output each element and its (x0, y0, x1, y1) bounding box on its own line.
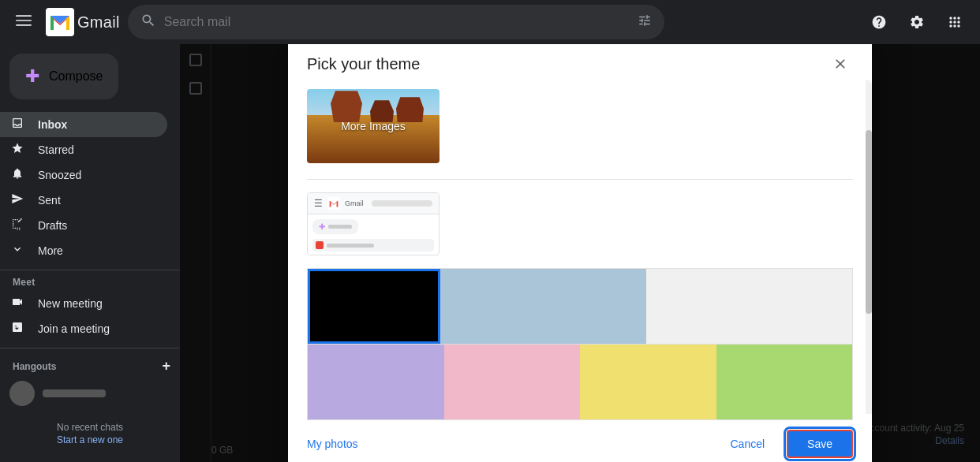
join-icon (9, 321, 25, 337)
color-row-2 (307, 345, 853, 420)
mini-email-row (312, 239, 434, 251)
more-images-card[interactable]: More Images (307, 89, 440, 163)
sidebar-item-drafts[interactable]: Drafts (0, 213, 167, 238)
more-images-label: More Images (341, 120, 406, 132)
svg-rect-0 (16, 15, 32, 17)
no-chats: No recent chats Start a new one (0, 409, 180, 449)
dialog-footer: My photos Cancel Save (288, 420, 872, 462)
join-meeting-label: Join a meeting (38, 322, 110, 335)
avatar (9, 381, 35, 406)
search-bar[interactable] (128, 5, 664, 39)
dialog-title: Pick your theme (307, 55, 420, 73)
hamburger-icon[interactable] (9, 6, 38, 39)
snoozed-label: Snoozed (38, 169, 81, 181)
meet-section-label: Meet (0, 277, 180, 291)
mini-compose-area: ✚ (308, 214, 439, 239)
search-input[interactable] (164, 15, 630, 29)
sidebar-item-inbox[interactable]: Inbox (0, 112, 167, 137)
mini-indicator (316, 241, 324, 249)
compose-button[interactable]: ✚ Compose (9, 54, 118, 99)
mesa-3 (396, 97, 424, 122)
scrollbar-track (866, 80, 872, 414)
drafts-icon (9, 218, 25, 233)
mini-hamburger-icon: ☰ (314, 198, 323, 209)
mini-email-rows (308, 239, 439, 251)
scrollbar-thumb (866, 130, 872, 314)
drafts-label: Drafts (38, 219, 67, 232)
inbox-label: Inbox (38, 118, 67, 131)
swatch-black[interactable] (308, 269, 440, 344)
compose-label: Compose (49, 69, 103, 84)
mini-gmail-text: Gmail (345, 199, 364, 207)
search-icon (140, 13, 156, 32)
sent-icon (9, 192, 25, 208)
dialog-overlay: Pick your theme (180, 44, 980, 462)
svg-rect-1 (16, 20, 32, 21)
mini-email-bar (327, 244, 374, 248)
swatch-light-gray[interactable] (646, 269, 852, 344)
svg-rect-2 (16, 24, 32, 26)
theme-dialog: Pick your theme (288, 44, 872, 462)
dialog-body: More Images ☰ (288, 89, 872, 420)
theme-separator (307, 179, 853, 180)
hangout-user (0, 378, 180, 409)
hangouts-label: Hangouts (13, 361, 56, 372)
hangouts-section: Hangouts + (0, 355, 180, 378)
swatch-light-blue[interactable] (440, 269, 646, 344)
starred-label: Starred (38, 143, 74, 156)
sent-label: Sent (38, 194, 61, 207)
save-button[interactable]: Save (787, 430, 853, 458)
top-right-icons (863, 6, 971, 38)
more-chevron-icon (9, 243, 25, 259)
swatch-lavender[interactable] (308, 345, 444, 419)
sidebar-item-new-meeting[interactable]: New meeting (0, 291, 167, 316)
search-options-icon[interactable] (638, 13, 652, 32)
start-chat-link[interactable]: Start a new one (13, 434, 167, 445)
mini-compose-btn: ✚ (312, 219, 358, 234)
sidebar-item-join-meeting[interactable]: Join a meeting (0, 316, 167, 341)
sidebar-item-more[interactable]: More (0, 238, 167, 263)
swatch-selected-indicator (308, 269, 440, 344)
top-bar: Gmail (0, 0, 980, 44)
svg-rect-4 (327, 197, 340, 210)
mini-compose-bar (328, 225, 352, 229)
apps-button[interactable] (939, 6, 971, 38)
sidebar-item-starred[interactable]: Starred (0, 137, 167, 162)
hangout-username (43, 389, 106, 397)
swatch-yellow[interactable] (580, 345, 716, 419)
sidebar-divider-1 (0, 270, 180, 270)
gmail-logo: Gmail (46, 8, 120, 36)
mini-gmail-preview: ☰ Gmail (307, 192, 440, 255)
sidebar-item-snoozed[interactable]: Snoozed (0, 162, 167, 188)
sidebar-item-sent[interactable]: Sent (0, 188, 167, 213)
cancel-button[interactable]: Cancel (717, 431, 777, 456)
footer-buttons: Cancel Save (717, 430, 853, 458)
new-meeting-label: New meeting (38, 297, 103, 310)
sidebar: ✚ Compose Inbox Starred Snoozed S (0, 44, 180, 462)
color-row-1 (307, 268, 853, 345)
help-button[interactable] (863, 6, 895, 38)
swatch-green[interactable] (716, 345, 853, 419)
dialog-header: Pick your theme (288, 44, 872, 89)
main-layout: ✚ Compose Inbox Starred Snoozed S (0, 44, 980, 462)
gmail-wordmark: Gmail (77, 13, 120, 32)
swatch-pink[interactable] (444, 345, 581, 419)
add-hangout-button[interactable]: + (162, 358, 170, 374)
more-label: More (38, 244, 63, 257)
my-photos-link[interactable]: My photos (307, 438, 358, 450)
mini-topbar: ☰ Gmail (308, 193, 439, 214)
mesa-1 (331, 91, 362, 122)
star-icon (9, 142, 25, 158)
snooze-icon (9, 167, 25, 183)
compose-plus-icon: ✚ (25, 66, 39, 87)
inbox-icon (9, 117, 25, 132)
settings-button[interactable] (901, 6, 933, 38)
dialog-close-button[interactable] (828, 51, 853, 76)
video-icon (9, 296, 25, 311)
sidebar-divider-2 (0, 348, 180, 348)
preview-section: ☰ Gmail (307, 192, 853, 255)
mini-search (372, 200, 432, 207)
content-area: Pick your theme (180, 44, 980, 462)
mini-plus-icon: ✚ (319, 222, 325, 231)
